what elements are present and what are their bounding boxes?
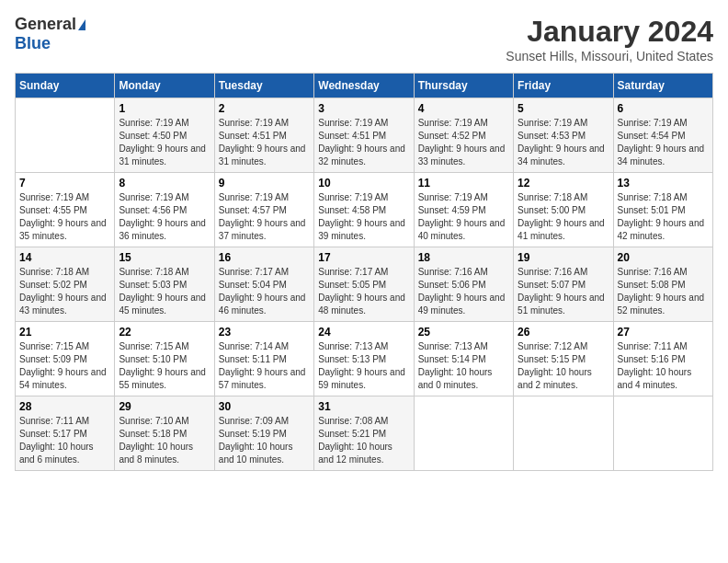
title-area: January 2024 Sunset Hills, Missouri, Uni… (506, 15, 713, 63)
header: General Blue January 2024 Sunset Hills, … (15, 15, 713, 63)
day-detail: Sunrise: 7:16 AM Sunset: 5:06 PM Dayligh… (418, 266, 509, 317)
day-number: 29 (119, 400, 210, 413)
calendar-week-row: 14Sunrise: 7:18 AM Sunset: 5:02 PM Dayli… (16, 247, 713, 322)
calendar-day-cell: 13Sunrise: 7:18 AM Sunset: 5:01 PM Dayli… (613, 173, 712, 247)
day-detail: Sunrise: 7:18 AM Sunset: 5:02 PM Dayligh… (19, 266, 110, 317)
day-detail: Sunrise: 7:12 AM Sunset: 5:15 PM Dayligh… (518, 340, 609, 392)
calendar-day-cell: 31Sunrise: 7:08 AM Sunset: 5:21 PM Dayli… (314, 396, 414, 471)
calendar-week-row: 21Sunrise: 7:15 AM Sunset: 5:09 PM Dayli… (16, 322, 713, 396)
calendar-day-cell: 30Sunrise: 7:09 AM Sunset: 5:19 PM Dayli… (214, 396, 313, 471)
day-of-week-header: Thursday (414, 74, 513, 98)
day-number: 28 (19, 400, 110, 413)
day-of-week-header: Wednesday (314, 74, 414, 98)
day-number: 21 (19, 326, 110, 339)
day-number: 27 (618, 326, 709, 339)
day-detail: Sunrise: 7:19 AM Sunset: 4:50 PM Dayligh… (119, 117, 210, 168)
day-detail: Sunrise: 7:19 AM Sunset: 4:57 PM Dayligh… (219, 191, 310, 243)
calendar-day-cell: 21Sunrise: 7:15 AM Sunset: 5:09 PM Dayli… (16, 322, 115, 396)
day-of-week-header: Tuesday (214, 74, 313, 98)
calendar-day-cell: 19Sunrise: 7:16 AM Sunset: 5:07 PM Dayli… (514, 247, 613, 322)
day-detail: Sunrise: 7:19 AM Sunset: 4:52 PM Dayligh… (418, 117, 509, 168)
logo-general-text: General (15, 15, 76, 34)
calendar-day-cell: 23Sunrise: 7:14 AM Sunset: 5:11 PM Dayli… (214, 322, 313, 396)
day-number: 8 (119, 177, 210, 190)
day-number: 15 (119, 251, 210, 264)
logo: General Blue (15, 15, 85, 53)
calendar-day-cell: 2Sunrise: 7:19 AM Sunset: 4:51 PM Daylig… (214, 98, 313, 173)
calendar-day-cell: 14Sunrise: 7:18 AM Sunset: 5:02 PM Dayli… (16, 247, 115, 322)
calendar-day-cell: 10Sunrise: 7:19 AM Sunset: 4:58 PM Dayli… (314, 173, 414, 247)
day-detail: Sunrise: 7:18 AM Sunset: 5:01 PM Dayligh… (618, 191, 709, 243)
day-number: 30 (219, 400, 310, 413)
calendar-day-cell: 25Sunrise: 7:13 AM Sunset: 5:14 PM Dayli… (414, 322, 513, 396)
location-title: Sunset Hills, Missouri, United States (506, 49, 713, 63)
calendar-day-cell: 1Sunrise: 7:19 AM Sunset: 4:50 PM Daylig… (115, 98, 214, 173)
calendar-day-cell: 28Sunrise: 7:11 AM Sunset: 5:17 PM Dayli… (16, 396, 115, 471)
calendar-day-cell: 5Sunrise: 7:19 AM Sunset: 4:53 PM Daylig… (514, 98, 613, 173)
calendar-day-cell: 12Sunrise: 7:18 AM Sunset: 5:00 PM Dayli… (514, 173, 613, 247)
day-number: 18 (418, 251, 509, 264)
calendar-day-cell (514, 396, 613, 471)
day-number: 31 (318, 400, 409, 413)
day-number: 14 (19, 251, 110, 264)
day-number: 19 (518, 251, 609, 264)
day-detail: Sunrise: 7:11 AM Sunset: 5:17 PM Dayligh… (19, 415, 110, 466)
day-detail: Sunrise: 7:19 AM Sunset: 4:51 PM Dayligh… (318, 117, 409, 168)
day-detail: Sunrise: 7:19 AM Sunset: 4:55 PM Dayligh… (19, 191, 110, 243)
calendar-day-cell: 29Sunrise: 7:10 AM Sunset: 5:18 PM Dayli… (115, 396, 214, 471)
calendar-day-cell: 24Sunrise: 7:13 AM Sunset: 5:13 PM Dayli… (314, 322, 414, 396)
day-number: 6 (618, 102, 709, 115)
calendar-day-cell: 26Sunrise: 7:12 AM Sunset: 5:15 PM Dayli… (514, 322, 613, 396)
logo-blue-text: Blue (15, 34, 51, 53)
day-detail: Sunrise: 7:08 AM Sunset: 5:21 PM Dayligh… (318, 415, 409, 466)
day-number: 4 (418, 102, 509, 115)
calendar-week-row: 1Sunrise: 7:19 AM Sunset: 4:50 PM Daylig… (16, 98, 713, 173)
day-number: 3 (318, 102, 409, 115)
day-detail: Sunrise: 7:15 AM Sunset: 5:10 PM Dayligh… (119, 340, 210, 392)
day-number: 2 (219, 102, 310, 115)
day-number: 7 (19, 177, 110, 190)
day-detail: Sunrise: 7:11 AM Sunset: 5:16 PM Dayligh… (618, 340, 709, 392)
calendar-header-row: SundayMondayTuesdayWednesdayThursdayFrid… (16, 74, 713, 98)
day-number: 13 (618, 177, 709, 190)
day-of-week-header: Saturday (613, 74, 712, 98)
day-detail: Sunrise: 7:13 AM Sunset: 5:13 PM Dayligh… (318, 340, 409, 392)
calendar-day-cell: 3Sunrise: 7:19 AM Sunset: 4:51 PM Daylig… (314, 98, 414, 173)
day-number: 26 (518, 326, 609, 339)
day-number: 22 (119, 326, 210, 339)
calendar-day-cell: 15Sunrise: 7:18 AM Sunset: 5:03 PM Dayli… (115, 247, 214, 322)
calendar-day-cell: 6Sunrise: 7:19 AM Sunset: 4:54 PM Daylig… (613, 98, 712, 173)
day-number: 5 (518, 102, 609, 115)
day-detail: Sunrise: 7:19 AM Sunset: 4:54 PM Dayligh… (618, 117, 709, 168)
day-number: 1 (119, 102, 210, 115)
calendar-day-cell (613, 396, 712, 471)
logo-icon (78, 19, 85, 30)
calendar-day-cell (16, 98, 115, 173)
day-number: 20 (618, 251, 709, 264)
calendar-day-cell: 4Sunrise: 7:19 AM Sunset: 4:52 PM Daylig… (414, 98, 513, 173)
day-number: 25 (418, 326, 509, 339)
day-detail: Sunrise: 7:09 AM Sunset: 5:19 PM Dayligh… (219, 415, 310, 466)
day-number: 23 (219, 326, 310, 339)
day-detail: Sunrise: 7:15 AM Sunset: 5:09 PM Dayligh… (19, 340, 110, 392)
day-detail: Sunrise: 7:19 AM Sunset: 4:58 PM Dayligh… (318, 191, 409, 243)
calendar-day-cell: 27Sunrise: 7:11 AM Sunset: 5:16 PM Dayli… (613, 322, 712, 396)
day-detail: Sunrise: 7:14 AM Sunset: 5:11 PM Dayligh… (219, 340, 310, 392)
day-detail: Sunrise: 7:10 AM Sunset: 5:18 PM Dayligh… (119, 415, 210, 466)
day-number: 24 (318, 326, 409, 339)
day-detail: Sunrise: 7:19 AM Sunset: 4:56 PM Dayligh… (119, 191, 210, 243)
calendar-day-cell: 11Sunrise: 7:19 AM Sunset: 4:59 PM Dayli… (414, 173, 513, 247)
calendar-day-cell: 18Sunrise: 7:16 AM Sunset: 5:06 PM Dayli… (414, 247, 513, 322)
calendar-day-cell: 16Sunrise: 7:17 AM Sunset: 5:04 PM Dayli… (214, 247, 313, 322)
day-number: 17 (318, 251, 409, 264)
calendar-table: SundayMondayTuesdayWednesdayThursdayFrid… (15, 73, 713, 471)
calendar-day-cell: 20Sunrise: 7:16 AM Sunset: 5:08 PM Dayli… (613, 247, 712, 322)
calendar-day-cell: 22Sunrise: 7:15 AM Sunset: 5:10 PM Dayli… (115, 322, 214, 396)
calendar-day-cell: 8Sunrise: 7:19 AM Sunset: 4:56 PM Daylig… (115, 173, 214, 247)
day-detail: Sunrise: 7:19 AM Sunset: 4:59 PM Dayligh… (418, 191, 509, 243)
day-detail: Sunrise: 7:19 AM Sunset: 4:51 PM Dayligh… (219, 117, 310, 168)
day-detail: Sunrise: 7:18 AM Sunset: 5:03 PM Dayligh… (119, 266, 210, 317)
day-detail: Sunrise: 7:17 AM Sunset: 5:04 PM Dayligh… (219, 266, 310, 317)
calendar-day-cell (414, 396, 513, 471)
day-detail: Sunrise: 7:16 AM Sunset: 5:08 PM Dayligh… (618, 266, 709, 317)
